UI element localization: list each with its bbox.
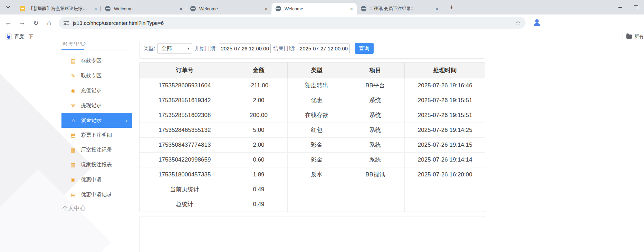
table-cell: 0.49 xyxy=(230,182,287,197)
table-cell: 系统 xyxy=(346,152,404,167)
home-button[interactable] xyxy=(44,18,54,28)
sidebar-item[interactable]: ▤ 存款专区 xyxy=(61,54,132,68)
tab-close-icon[interactable] xyxy=(263,6,269,12)
tab-search-icon[interactable] xyxy=(3,3,12,12)
table-header-cell: 订单号 xyxy=(140,62,230,78)
tab-close-icon[interactable] xyxy=(348,6,355,12)
sidebar-item[interactable]: ⌂ 资金记录 xyxy=(61,113,132,128)
tab-bar: 【新提醒】海燕策略论坛综合交 Welcome Welcome Welcome :… xyxy=(0,0,644,14)
table-cell: 0.49 xyxy=(230,197,287,212)
sidebar-item-label: 充值记录 xyxy=(81,87,102,94)
globe-icon xyxy=(276,6,281,11)
table-cell: 优惠 xyxy=(287,93,346,108)
browser-toolbar: js13.cc/hhcp/usercenter.html?iniType=6 xyxy=(0,14,644,31)
report-icon: ▥ xyxy=(70,162,76,168)
home-icon: ⌂ xyxy=(70,117,76,123)
table-header-cell: 处理时间 xyxy=(404,62,485,78)
table-cell: 系统 xyxy=(346,123,404,137)
sidebar-item-label: 资金记录 xyxy=(81,117,102,124)
table-cell: 5.00 xyxy=(230,123,287,137)
bookmark-star-icon[interactable] xyxy=(513,18,523,28)
bank-card-icon: ▤ xyxy=(70,58,76,64)
all-bookmarks-folder-icon[interactable] xyxy=(626,35,632,39)
browser-window: 【新提醒】海燕策略论坛综合交 Welcome Welcome Welcome :… xyxy=(0,0,644,252)
browser-tab[interactable]: :::视讯 会员下注纪录::: xyxy=(357,3,442,14)
table-cell: -211.00 xyxy=(230,78,287,93)
address-bar[interactable]: js13.cc/hhcp/usercenter.html?iniType=6 xyxy=(59,17,526,29)
globe-icon xyxy=(361,6,366,11)
table-row: 当前页统计0.49 xyxy=(140,182,485,197)
sidebar-section-personal[interactable]: 个人中心 xyxy=(62,204,86,212)
list-icon: ▤ xyxy=(70,132,76,138)
filter-panel: 类型: 全部 开始日期: 结束日期: 查询 xyxy=(139,42,485,59)
start-date-input[interactable] xyxy=(219,43,271,53)
table-cell: BB视讯 xyxy=(346,167,404,182)
end-date-input[interactable] xyxy=(298,43,350,53)
crown-icon: ♛ xyxy=(70,103,76,109)
sidebar-item[interactable]: ♛ 提现记录 xyxy=(61,98,132,113)
search-button[interactable]: 查询 xyxy=(355,43,374,54)
table-cell: 彩金 xyxy=(287,152,346,167)
tab-close-icon[interactable] xyxy=(93,6,99,12)
browser-tab[interactable]: Welcome xyxy=(271,3,357,14)
table-cell: 2.00 xyxy=(230,137,287,152)
table-header-cell: 项目 xyxy=(346,62,404,78)
table-cell: 2025-07-26 19:15:51 xyxy=(404,108,485,123)
tab-title: :::视讯 会员下注纪录::: xyxy=(370,6,432,12)
sidebar-item[interactable]: ▦ 厅室投注记录 xyxy=(61,143,132,157)
tab-title: Welcome xyxy=(114,6,176,11)
tab-title: 【新提醒】海燕策略论坛综合交 xyxy=(29,6,90,12)
table-row: 17535285516193422.00优惠系统2025-07-26 19:15… xyxy=(140,93,485,108)
table-cell: 总统计 xyxy=(140,197,230,212)
sidebar-item[interactable]: ✎ 取款专区 xyxy=(61,68,132,83)
browser-tab[interactable]: Welcome xyxy=(186,3,271,14)
table-cell xyxy=(287,197,346,212)
forward-button[interactable] xyxy=(17,18,27,28)
sidebar-item[interactable]: ▤ 彩票下注明细 xyxy=(61,128,132,143)
caret-down-icon xyxy=(188,46,190,51)
gift-icon: ▣ xyxy=(70,177,76,183)
table-cell: 2.00 xyxy=(230,93,287,108)
minimize-button[interactable] xyxy=(612,0,628,14)
list-icon: ▤ xyxy=(70,192,76,198)
all-bookmarks-label[interactable]: 所有 xyxy=(634,33,644,40)
browser-tab[interactable]: Welcome xyxy=(101,3,186,14)
reload-button[interactable] xyxy=(31,18,41,28)
sidebar-item[interactable]: ▥ 玩家投注报表 xyxy=(61,157,132,172)
table-cell: 1753528465355132 xyxy=(140,123,230,137)
profile-avatar-icon[interactable] xyxy=(532,18,541,27)
url-text[interactable]: js13.cc/hhcp/usercenter.html?iniType=6 xyxy=(73,20,164,26)
table-cell: 额度转出 xyxy=(287,78,346,93)
tab-strip: 【新提醒】海燕策略论坛综合交 Welcome Welcome Welcome :… xyxy=(16,3,442,14)
chevron-down-icon xyxy=(6,4,10,8)
new-tab-button[interactable] xyxy=(447,2,456,12)
table-cell: 1753528605931604 xyxy=(140,78,230,93)
table-cell: 1753504220998659 xyxy=(140,152,230,167)
table-cell: 反水 xyxy=(287,167,346,182)
table-cell: 系统 xyxy=(346,93,404,108)
bookmarks-right-cluster: 所有 xyxy=(623,31,644,42)
sidebar-item[interactable]: ▣ 优惠申请 xyxy=(61,172,132,187)
table-cell: 2025-07-26 19:14:25 xyxy=(404,123,485,137)
window-controls xyxy=(612,0,644,14)
table-row: 17535180004573351.89反水BB视讯2025-07-26 16:… xyxy=(140,167,485,182)
bookmark-item-baidu[interactable]: 百度一下 xyxy=(3,32,35,41)
table-cell: 当前页统计 xyxy=(140,182,230,197)
site-settings-icon[interactable] xyxy=(64,21,69,25)
sidebar-item[interactable]: ▤ 优惠申请记录 xyxy=(61,187,132,202)
table-cell xyxy=(287,182,346,197)
tab-close-icon[interactable] xyxy=(178,6,184,12)
browser-tab[interactable]: 【新提醒】海燕策略论坛综合交 xyxy=(16,3,101,14)
table-cell: 1753518000457335 xyxy=(140,167,230,182)
tab-close-icon[interactable] xyxy=(434,6,440,12)
maximize-button[interactable] xyxy=(628,0,644,14)
sidebar-item[interactable]: ◉ 充值记录 xyxy=(61,83,132,98)
sidebar-section-finance[interactable]: 财务中心 xyxy=(62,42,86,47)
tab-title: Welcome xyxy=(285,6,346,11)
sidebar-item-label: 彩票下注明细 xyxy=(81,132,112,138)
pagination-panel xyxy=(139,216,485,252)
fund-records-table-wrap: 订单号金额类型项目处理时间 1753528605931604-211.00额度转… xyxy=(139,62,485,212)
type-select[interactable]: 全部 xyxy=(157,43,192,54)
back-button[interactable] xyxy=(3,18,13,28)
sidebar-divider xyxy=(61,50,132,50)
